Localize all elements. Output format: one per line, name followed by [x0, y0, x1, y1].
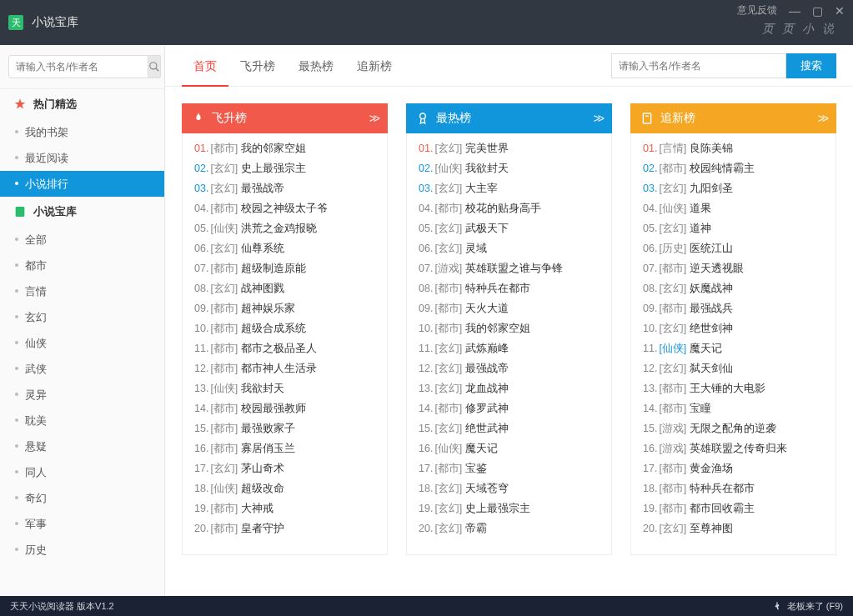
list-item[interactable]: 10.[都市] 超级合成系统: [194, 318, 375, 338]
list-item[interactable]: 16.[游戏] 英雄联盟之传奇归来: [643, 438, 824, 458]
list-item[interactable]: 12.[都市] 都市神人生活录: [194, 358, 375, 378]
panel-header-2[interactable]: 追新榜>>: [630, 103, 836, 133]
list-item[interactable]: 05.[玄幻] 道神: [643, 218, 824, 238]
top-search-input[interactable]: [611, 53, 786, 78]
sidebar-category-8[interactable]: 悬疑: [0, 433, 164, 459]
sidebar-item-1[interactable]: 最近阅读: [0, 145, 164, 171]
sidebar-item-0[interactable]: 我的书架: [0, 119, 164, 145]
list-item[interactable]: 13.[玄幻] 龙血战神: [419, 378, 600, 398]
list-item[interactable]: 11.[仙侠] 魔天记: [643, 338, 824, 358]
list-item[interactable]: 15.[都市] 最强败家子: [194, 418, 375, 438]
tab-3[interactable]: 追新榜: [345, 45, 404, 87]
list-item[interactable]: 20.[玄幻] 帝霸: [419, 518, 600, 538]
list-item[interactable]: 19.[都市] 都市回收霸主: [643, 498, 824, 518]
rank-number: 13.: [419, 383, 433, 394]
sidebar: 热门精选 我的书架最近阅读小说排行 小说宝库 全部都市言情玄幻仙侠武侠灵异耽美悬…: [0, 45, 165, 596]
list-item[interactable]: 07.[游戏] 英雄联盟之谁与争锋: [419, 258, 600, 278]
svg-line-1: [156, 68, 159, 72]
list-item[interactable]: 12.[玄幻] 最强战帝: [419, 358, 600, 378]
list-item[interactable]: 03.[玄幻] 大主宰: [419, 178, 600, 198]
list-item[interactable]: 01.[玄幻] 完美世界: [419, 138, 600, 158]
list-item[interactable]: 07.[都市] 超级制造原能: [194, 258, 375, 278]
sidebar-category-10[interactable]: 奇幻: [0, 485, 164, 511]
maximize-button[interactable]: ▢: [812, 4, 823, 18]
list-item[interactable]: 03.[玄幻] 九阳剑圣: [643, 178, 824, 198]
panel-title-2: 追新榜: [660, 111, 695, 126]
list-item[interactable]: 17.[都市] 黄金渔场: [643, 458, 824, 478]
list-item[interactable]: 15.[玄幻] 绝世武神: [419, 418, 600, 438]
list-item[interactable]: 08.[玄幻] 妖魔战神: [643, 278, 824, 298]
list-item[interactable]: 09.[都市] 最强战兵: [643, 298, 824, 318]
list-item[interactable]: 19.[玄幻] 史上最强宗主: [419, 498, 600, 518]
list-item[interactable]: 09.[都市] 超神娱乐家: [194, 298, 375, 318]
sidebar-category-7[interactable]: 耽美: [0, 408, 164, 433]
list-item[interactable]: 03.[玄幻] 最强战帝: [194, 178, 375, 198]
list-item[interactable]: 16.[都市] 寡居俏玉兰: [194, 438, 375, 458]
sidebar-category-6[interactable]: 灵异: [0, 382, 164, 408]
list-item[interactable]: 17.[玄幻] 茅山奇术: [194, 458, 375, 478]
boss-key-label[interactable]: 老板来了 (F9): [787, 600, 843, 613]
list-item[interactable]: 20.[玄幻] 至尊神图: [643, 518, 824, 538]
list-item[interactable]: 15.[游戏] 无限之配角的逆袭: [643, 418, 824, 438]
sidebar-item-2[interactable]: 小说排行: [0, 171, 164, 197]
list-item[interactable]: 02.[玄幻] 史上最强宗主: [194, 158, 375, 178]
sidebar-search-button[interactable]: [148, 55, 161, 78]
list-item[interactable]: 08.[都市] 特种兵在都市: [419, 278, 600, 298]
sidebar-category-11[interactable]: 军事: [0, 511, 164, 537]
list-item[interactable]: 04.[仙侠] 道果: [643, 198, 824, 218]
list-item[interactable]: 20.[都市] 皇者守护: [194, 518, 375, 538]
tab-2[interactable]: 最热榜: [287, 45, 345, 87]
list-item[interactable]: 06.[历史] 医统江山: [643, 238, 824, 258]
sidebar-category-1[interactable]: 都市: [0, 253, 164, 278]
list-item[interactable]: 10.[玄幻] 绝世剑神: [643, 318, 824, 338]
list-item[interactable]: 12.[玄幻] 弑天剑仙: [643, 358, 824, 378]
list-item[interactable]: 11.[玄幻] 武炼巅峰: [419, 338, 600, 358]
panel-header-1[interactable]: 最热榜>>: [406, 103, 612, 133]
sidebar-category-0[interactable]: 全部: [0, 227, 164, 253]
close-button[interactable]: ✕: [835, 4, 845, 18]
panel-header-0[interactable]: 飞升榜>>: [182, 103, 388, 133]
minimize-button[interactable]: —: [789, 4, 800, 18]
list-item[interactable]: 18.[玄幻] 天域苍穹: [419, 478, 600, 498]
list-item[interactable]: 06.[玄幻] 仙尊系统: [194, 238, 375, 258]
sidebar-category-3[interactable]: 玄幻: [0, 304, 164, 330]
list-item[interactable]: 11.[都市] 都市之极品圣人: [194, 338, 375, 358]
sidebar-category-12[interactable]: 历史: [0, 537, 164, 563]
list-item[interactable]: 07.[都市] 逆天透视眼: [643, 258, 824, 278]
sidebar-category-4[interactable]: 仙侠: [0, 330, 164, 356]
list-item[interactable]: 13.[仙侠] 我欲封天: [194, 378, 375, 398]
sidebar-category-9[interactable]: 同人: [0, 459, 164, 485]
feedback-link[interactable]: 意见反馈: [737, 3, 777, 18]
list-item[interactable]: 16.[仙侠] 魔天记: [419, 438, 600, 458]
category-tag: [玄幻]: [434, 243, 462, 254]
list-item[interactable]: 02.[都市] 校园纯情霸主: [643, 158, 824, 178]
list-item[interactable]: 04.[都市] 校园之神级太子爷: [194, 198, 375, 218]
list-item[interactable]: 08.[玄幻] 战神图戮: [194, 278, 375, 298]
category-tag: [玄幻]: [659, 283, 686, 294]
list-item[interactable]: 18.[都市] 特种兵在都市: [643, 478, 824, 498]
top-search-button[interactable]: 搜索: [786, 53, 836, 78]
rank-number: 14.: [643, 403, 657, 414]
list-item[interactable]: 14.[都市] 宝瞳: [643, 398, 824, 418]
tab-0[interactable]: 首页: [182, 45, 228, 87]
sidebar-search-input[interactable]: [8, 55, 148, 78]
list-item[interactable]: 05.[玄幻] 武极天下: [419, 218, 600, 238]
list-item[interactable]: 13.[都市] 王大锤的大电影: [643, 378, 824, 398]
list-item[interactable]: 06.[玄幻] 灵域: [419, 238, 600, 258]
list-item[interactable]: 01.[都市] 我的邻家空姐: [194, 138, 375, 158]
tab-1[interactable]: 飞升榜: [228, 45, 287, 87]
list-item[interactable]: 14.[都市] 修罗武神: [419, 398, 600, 418]
list-item[interactable]: 19.[都市] 大神戒: [194, 498, 375, 518]
book-title: 超级改命: [241, 483, 284, 494]
sidebar-category-2[interactable]: 言情: [0, 278, 164, 304]
list-item[interactable]: 10.[都市] 我的邻家空姐: [419, 318, 600, 338]
list-item[interactable]: 01.[言情] 良陈美锦: [643, 138, 824, 158]
list-item[interactable]: 04.[都市] 校花的贴身高手: [419, 198, 600, 218]
list-item[interactable]: 17.[都市] 宝鉴: [419, 458, 600, 478]
list-item[interactable]: 05.[仙侠] 洪荒之金鸡报晓: [194, 218, 375, 238]
list-item[interactable]: 14.[都市] 校园最强教师: [194, 398, 375, 418]
list-item[interactable]: 02.[仙侠] 我欲封天: [419, 158, 600, 178]
sidebar-category-5[interactable]: 武侠: [0, 356, 164, 382]
list-item[interactable]: 18.[仙侠] 超级改命: [194, 478, 375, 498]
list-item[interactable]: 09.[都市] 天火大道: [419, 298, 600, 318]
